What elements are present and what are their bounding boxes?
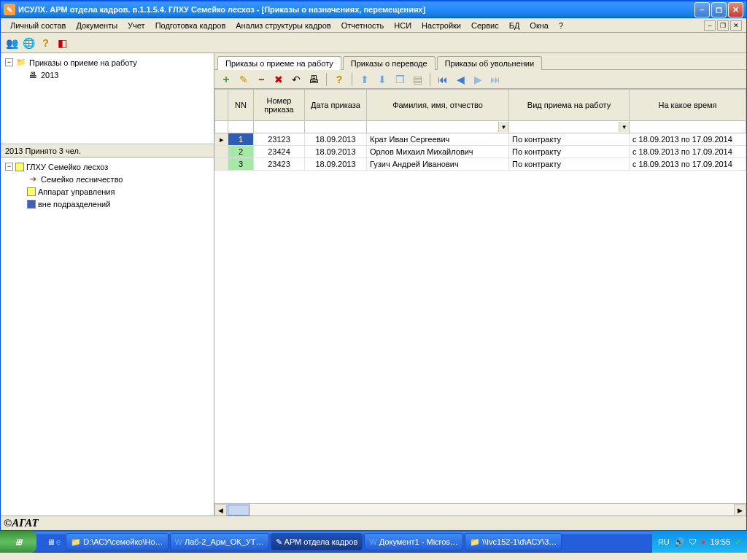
- tab-dismiss[interactable]: Приказы об увольнении: [437, 56, 543, 70]
- mdi-close-button[interactable]: ✕: [730, 20, 742, 31]
- tab-transfer[interactable]: Приказы о переводе: [343, 56, 436, 70]
- cell-nn[interactable]: 2: [228, 146, 254, 158]
- tree-root-label[interactable]: Приказы о приеме на работу: [29, 58, 137, 67]
- cell[interactable]: Крат Иван Сергеевич: [367, 133, 509, 146]
- org-item-label[interactable]: Аппарат управления: [38, 187, 115, 196]
- org-item-label[interactable]: вне подразделений: [38, 200, 110, 209]
- cell[interactable]: 18.09.2013: [305, 133, 367, 146]
- arrow-up-icon[interactable]: ⬆: [357, 72, 372, 87]
- cell[interactable]: 23423: [254, 158, 305, 171]
- cell[interactable]: Гузич Андрей Иванович: [367, 158, 509, 171]
- col-number[interactable]: Номер приказа: [254, 90, 305, 121]
- add-icon[interactable]: ＋: [219, 72, 233, 87]
- table-row[interactable]: 32342318.09.2013Гузич Андрей ИвановичПо …: [215, 158, 746, 171]
- cell[interactable]: 18.09.2013: [305, 146, 367, 158]
- last-icon[interactable]: ⏭: [488, 72, 503, 87]
- taskbar-item-active[interactable]: ✎ АРМ отдела кадров: [271, 533, 363, 551]
- col-indicator[interactable]: [215, 90, 228, 121]
- cell[interactable]: Орлов Михаил Михайлович: [367, 146, 509, 158]
- cell[interactable]: с 18.09.2013 по 17.09.2014: [630, 146, 746, 158]
- clock[interactable]: 19:55: [710, 537, 730, 546]
- cell[interactable]: По контракту: [509, 133, 630, 146]
- taskbar-item[interactable]: W Документ1 - Micros…: [364, 533, 463, 551]
- horizontal-scrollbar[interactable]: ◀ ▶: [214, 503, 746, 516]
- copy-icon[interactable]: ❐: [392, 72, 407, 87]
- filter-nn[interactable]: [228, 122, 253, 132]
- dropdown-icon[interactable]: ▼: [498, 122, 508, 132]
- close-button[interactable]: ✕: [728, 2, 743, 18]
- dropdown-icon[interactable]: ▼: [619, 122, 629, 132]
- table-row[interactable]: ▸12312318.09.2013Крат Иван СергеевичПо к…: [215, 133, 746, 146]
- col-date[interactable]: Дата приказа: [305, 90, 367, 121]
- delete-icon[interactable]: ✖: [271, 72, 286, 87]
- quicklaunch-icon[interactable]: e: [56, 537, 61, 546]
- scroll-right-icon[interactable]: ▶: [734, 504, 746, 516]
- tray-icon[interactable]: ✔: [735, 537, 741, 547]
- cell[interactable]: По контракту: [509, 158, 630, 171]
- remove-icon[interactable]: −: [254, 72, 268, 87]
- tray-icon[interactable]: 🔊: [674, 537, 684, 547]
- org-item-label[interactable]: Семейко лесничество: [41, 175, 123, 184]
- menu-item[interactable]: Документы: [71, 20, 123, 31]
- next-icon[interactable]: ▶: [471, 72, 485, 87]
- mdi-restore-button[interactable]: ❐: [717, 20, 729, 31]
- menu-item[interactable]: Настройки: [417, 20, 466, 31]
- first-icon[interactable]: ⏮: [436, 72, 450, 87]
- filter-period[interactable]: [630, 122, 746, 132]
- people-icon[interactable]: 👥: [4, 35, 20, 51]
- tree-collapse-icon[interactable]: −: [5, 58, 13, 66]
- tray-icon[interactable]: 🛡: [689, 537, 697, 546]
- filter-type[interactable]: [509, 122, 619, 132]
- menu-item[interactable]: Личный состав: [5, 20, 71, 31]
- tray-icon[interactable]: ●: [701, 537, 706, 546]
- exit-icon[interactable]: ◧: [54, 35, 71, 51]
- org-tree[interactable]: − ГЛХУ Семейко лесхоз ➔ Семейко лесничес…: [1, 158, 214, 516]
- lang-indicator[interactable]: RU: [658, 537, 670, 546]
- cell[interactable]: По контракту: [509, 146, 630, 158]
- undo-icon[interactable]: ↶: [289, 72, 303, 87]
- arrow-down-icon[interactable]: ⬇: [375, 72, 390, 87]
- table-row[interactable]: 22342418.09.2013Орлов Михаил МихайловичП…: [215, 146, 746, 158]
- orders-tree[interactable]: − 📁 Приказы о приеме на работу 🖶 2013: [1, 53, 214, 144]
- col-period[interactable]: На какое время: [630, 90, 746, 121]
- cell-nn[interactable]: 1: [228, 133, 254, 146]
- menu-item[interactable]: Отчетность: [336, 20, 390, 31]
- tree-child-label[interactable]: 2013: [41, 71, 58, 79]
- paste-icon[interactable]: ▤: [410, 72, 425, 87]
- globe-icon[interactable]: 🌐: [20, 35, 37, 51]
- menu-item[interactable]: Учет: [123, 20, 150, 31]
- taskbar-item[interactable]: 📁 D:\АСУ\семейко\Но…: [66, 533, 168, 551]
- start-button[interactable]: ⊞: [0, 531, 36, 553]
- menu-item[interactable]: НСИ: [389, 20, 417, 31]
- maximize-button[interactable]: ◻: [711, 2, 727, 18]
- menu-item[interactable]: Сервис: [466, 20, 504, 31]
- cell[interactable]: с 18.09.2013 по 17.09.2014: [630, 158, 746, 171]
- taskbar-item[interactable]: 📁 \\Ivc152-1\d\АСУ\3…: [465, 533, 562, 551]
- orders-grid[interactable]: NN Номер приказа Дата приказа Фамилия, и…: [214, 89, 746, 171]
- cell-nn[interactable]: 3: [228, 158, 254, 171]
- scroll-left-icon[interactable]: ◀: [214, 504, 227, 516]
- help-icon[interactable]: ?: [332, 72, 347, 87]
- prev-icon[interactable]: ◀: [453, 72, 468, 87]
- col-nn[interactable]: NN: [228, 90, 254, 121]
- org-root-label[interactable]: ГЛХУ Семейко лесхоз: [26, 163, 108, 171]
- print-icon[interactable]: 🖶: [306, 72, 321, 87]
- edit-icon[interactable]: ✎: [236, 72, 251, 87]
- menu-item[interactable]: БД: [504, 20, 525, 31]
- filter-fio[interactable]: [367, 122, 498, 132]
- col-fio[interactable]: Фамилия, имя, отчество: [367, 90, 509, 121]
- menu-item[interactable]: Подготовка кадров: [150, 20, 231, 31]
- menu-item[interactable]: Окна: [525, 20, 554, 31]
- quicklaunch-icon[interactable]: 🖥: [47, 537, 55, 546]
- cell[interactable]: 23424: [254, 146, 305, 158]
- cell[interactable]: 23123: [254, 133, 305, 146]
- col-type[interactable]: Вид приема на работу: [509, 90, 630, 121]
- filter-date[interactable]: [305, 122, 366, 132]
- mdi-minimize-button[interactable]: –: [704, 20, 716, 31]
- system-tray[interactable]: RU 🔊 🛡 ● 19:55 ✔: [652, 531, 747, 553]
- menu-item[interactable]: ?: [554, 20, 568, 31]
- taskbar-item[interactable]: W Лаб-2_Арм_ОК_УТ…: [170, 533, 269, 551]
- filter-number[interactable]: [254, 122, 304, 132]
- help-icon[interactable]: ?: [37, 35, 54, 51]
- tab-hire[interactable]: Приказы о приеме на работу: [217, 56, 341, 70]
